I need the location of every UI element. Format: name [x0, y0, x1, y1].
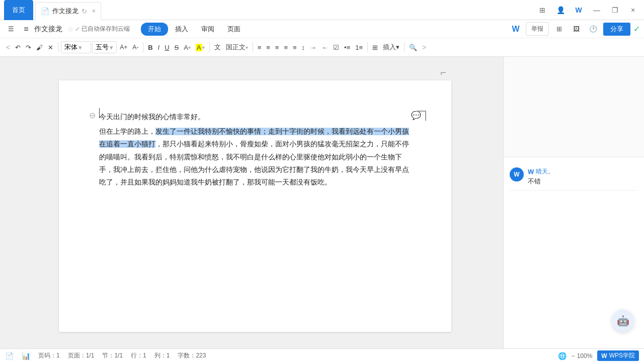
char-spacing-button[interactable]: 文 [212, 41, 223, 54]
toolbar-next-button[interactable]: > [420, 42, 428, 52]
section-label: 节：1/1 [102, 351, 123, 360]
indent-decrease-button[interactable]: ← [319, 41, 330, 54]
font-name-label: 宋体 [64, 43, 77, 52]
line-spacing-button[interactable]: ↕ [300, 41, 307, 54]
font-name-selector[interactable]: 宋体 ▾ [61, 41, 91, 53]
star-icon[interactable]: ☆ [67, 25, 74, 33]
italic-button[interactable]: I [156, 41, 162, 54]
tab-page[interactable]: 页面 [221, 23, 247, 36]
font-color-button[interactable]: A ▾ [182, 41, 193, 54]
doc-page[interactable]: ⊖ 💬 今天出门的时候我的心情非常好。 但在上学的路上，发生了一件让我特别不愉快… [59, 80, 451, 332]
page-corner-mark: ⌐ [440, 67, 446, 78]
separator-3 [209, 42, 210, 52]
sidebar-right: W W 晴天。 不错 🤖 [503, 57, 644, 348]
view-options-button[interactable]: ⊞ [552, 22, 566, 36]
align-center-button[interactable]: ≡ [264, 41, 272, 54]
doc-list-button[interactable]: ≡ [19, 22, 33, 36]
checklist-button[interactable]: ☑ [331, 41, 341, 54]
ai-assistant-icon[interactable]: 🤖 [612, 310, 634, 332]
tab-review[interactable]: 审阅 [195, 23, 220, 36]
bold-button[interactable]: B [146, 41, 154, 54]
align-left-button[interactable]: ≡ [256, 41, 264, 54]
doc-tab-icon: 📄 [41, 7, 49, 15]
redo-button[interactable]: ↷ [24, 41, 33, 54]
align-distribute-button[interactable]: ≡ [291, 41, 299, 54]
share-button[interactable]: 分享 [603, 23, 630, 36]
title-bar: 首页 📄 作文接龙 ↻ × ⊞ 👤 W — ❐ × [0, 0, 644, 20]
separator-4 [253, 42, 253, 52]
restore-button[interactable]: ❐ [608, 3, 622, 17]
paragraph-marker-icon: ⊖ [89, 111, 96, 120]
font-color-arrow: ▾ [188, 45, 191, 50]
tab-start[interactable]: 开始 [141, 23, 168, 36]
right-panel-ad [504, 57, 644, 157]
title-bar-right: ⊞ 👤 W — ❐ × [535, 3, 640, 17]
insert-button[interactable]: 插入▾ [381, 41, 401, 54]
format-bar: < ↶ ↷ 🖌 ✕ 宋体 ▾ 五号 ▾ A+ A- B I U S A ▾ A … [0, 38, 644, 56]
bullet-list-button[interactable]: •≡ [342, 41, 352, 54]
find-button[interactable]: 🔍 [407, 41, 419, 54]
separator-5 [367, 42, 368, 52]
row-label: 行：1 [131, 351, 146, 360]
font-size-increase-button[interactable]: A+ [118, 41, 129, 54]
paint-format-button[interactable]: 🖌 [34, 41, 45, 54]
comment-author-1: W 晴天。 [528, 167, 638, 176]
image-view-button[interactable]: 🖼 [569, 22, 583, 36]
layout-mode-icon[interactable]: 📊 [22, 352, 30, 360]
wps-w-icon[interactable]: W [509, 22, 523, 36]
separator-1 [58, 42, 58, 52]
doc-tab[interactable]: 📄 作文接龙 ↻ × [35, 2, 101, 20]
doc-paragraph-2: 但在上学的路上，发生了一件让我特别不愉快的事情；走到十字街的时候，我看到远处有一… [99, 125, 411, 189]
highlight-button[interactable]: A ▾ [194, 41, 207, 54]
wps-academy-button[interactable]: W WPS学院 [597, 350, 639, 361]
doc-paragraph-1: 今天出门的时候我的心情非常好。 [99, 111, 411, 123]
insert-table-button[interactable]: ⊞ [370, 41, 380, 54]
home-tab[interactable]: 首页 [4, 0, 33, 20]
pages-label: 页面：1/1 [68, 351, 95, 360]
toolbar-prev-button[interactable]: < [4, 42, 12, 52]
doc-content[interactable]: 今天出门的时候我的心情非常好。 但在上学的路上，发生了一件让我特别不愉快的事情；… [99, 111, 411, 189]
status-bar-right: 🌐 − 100% W WPS学院 [558, 350, 639, 361]
wps-academy-logo: W [601, 352, 607, 359]
report-button[interactable]: 举报 [526, 22, 549, 36]
doc-tab-refresh[interactable]: ↻ [82, 8, 87, 15]
wps-button[interactable]: W [572, 3, 586, 17]
page-corner-decoration [416, 111, 426, 121]
word-count-label: 字数：223 [178, 351, 206, 360]
document-area[interactable]: ⌐ ⊖ 💬 今天出门的时候我的心情非常好。 但在上学的路上，发生了一件让我特别不… [7, 57, 503, 348]
language-icon[interactable]: 🌐 [558, 352, 567, 360]
highlight-icon: A [196, 44, 202, 51]
zoom-control[interactable]: − 100% [572, 352, 593, 359]
indent-increase-button[interactable]: → [308, 41, 318, 54]
comment-body-1: W 晴天。 不错 [528, 167, 638, 186]
comment-text-1: 不错 [528, 177, 638, 186]
save-status: 已自动保存到云端 [82, 25, 130, 33]
align-right-button[interactable]: ≡ [273, 41, 281, 54]
main-content: ⌐ ⊖ 💬 今天出门的时候我的心情非常好。 但在上学的路上，发生了一件让我特别不… [0, 57, 644, 348]
undo-button[interactable]: ↶ [13, 41, 23, 54]
paragraph-style-button[interactable]: 国正文 ▾ [224, 41, 250, 54]
account-button[interactable]: 👤 [553, 3, 568, 17]
minimize-button[interactable]: — [590, 3, 604, 17]
strikethrough-button[interactable]: S [173, 41, 181, 54]
align-justify-button[interactable]: ≡ [282, 41, 290, 54]
sidebar-toggle-button[interactable]: ☰ [4, 22, 18, 36]
view-mode-icon[interactable]: 📄 [5, 352, 14, 360]
doc-tab-close[interactable]: × [92, 8, 96, 15]
history-button[interactable]: 🕐 [586, 22, 600, 36]
sidebar-left [0, 57, 7, 348]
tab-insert[interactable]: 插入 [169, 23, 194, 36]
col-label: 列：1 [154, 351, 170, 360]
font-size-decrease-button[interactable]: A- [130, 41, 140, 54]
highlighted-text: 发生了一件让我特别不愉快的事情；走到十字街的时候，我看到远处有一个小男孩在追着一… [99, 128, 409, 148]
comment-item-1: W W 晴天。 不错 [510, 163, 638, 191]
underline-button[interactable]: U [163, 41, 171, 54]
zoom-out-button[interactable]: − [572, 352, 575, 359]
clear-format-button[interactable]: ✕ [46, 41, 55, 54]
numbered-list-button[interactable]: 1≡ [353, 41, 365, 54]
close-button[interactable]: × [626, 3, 640, 17]
separator-2 [143, 42, 143, 52]
grid-view-button[interactable]: ⊞ [535, 3, 549, 17]
paragraph-style-arrow: ▾ [246, 45, 248, 50]
font-size-selector[interactable]: 五号 ▾ [92, 41, 117, 53]
